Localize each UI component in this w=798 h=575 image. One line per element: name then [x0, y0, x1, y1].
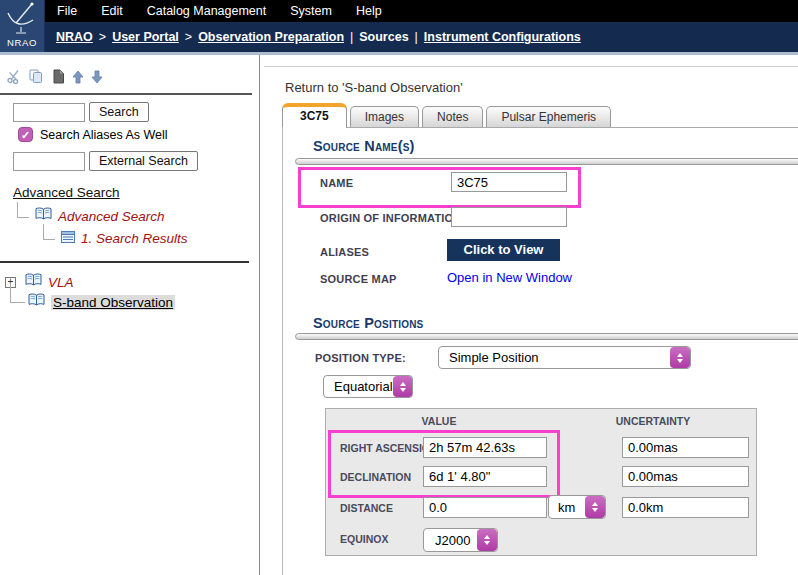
tab-images[interactable]: Images [350, 106, 419, 127]
search-button[interactable]: Search [89, 102, 149, 122]
tree-branch-icon [17, 202, 29, 218]
equinox-label: EQUINOX [340, 533, 388, 545]
menu-system[interactable]: System [290, 4, 332, 18]
book-icon [35, 207, 52, 225]
nrao-logo[interactable]: NRAO [0, 0, 45, 52]
return-link[interactable]: Return to 'S-band Observation' [285, 80, 463, 95]
breadcrumb-separator: > [185, 30, 192, 44]
position-type-select[interactable]: Simple Position [438, 346, 691, 369]
distance-unit-value: km [549, 500, 575, 515]
move-down-icon[interactable] [91, 70, 103, 84]
search-aliases-label: Search Aliases As Well [40, 128, 168, 142]
breadcrumb: NRAO>User Portal>Observation Preparation… [0, 22, 798, 52]
tree-item-advanced-search[interactable]: Advanced Search [17, 206, 165, 226]
aliases-label: ALIASES [320, 246, 369, 258]
section-divider-pill [295, 158, 798, 165]
breadcrumb-sources-current[interactable]: Sources [359, 30, 408, 44]
breadcrumb-user-portal[interactable]: User Portal [112, 30, 179, 44]
source-map-open-link[interactable]: Open in New Window [447, 270, 572, 285]
distance-label: DISTANCE [340, 502, 393, 514]
search-aliases-checkbox[interactable]: ✓ [18, 127, 33, 142]
tree-item-sband-observation[interactable]: S-band Observation [28, 292, 175, 312]
position-type-label: POSITION TYPE: [315, 352, 406, 364]
breadcrumb-instrument-configurations[interactable]: Instrument Configurations [424, 30, 581, 44]
uncertainty-column-header: UNCERTAINTY [593, 415, 713, 427]
advanced-search-link[interactable]: Advanced Search [13, 185, 120, 200]
paste-icon[interactable] [52, 69, 65, 84]
tree-branch-icon [10, 283, 25, 303]
list-icon [61, 229, 75, 247]
menu-catalog-management[interactable]: Catalog Management [147, 4, 267, 18]
menu-help[interactable]: Help [356, 4, 382, 18]
dropdown-stepper-icon [477, 529, 497, 551]
external-search-input[interactable] [13, 152, 85, 171]
breadcrumb-observation-preparation[interactable]: Observation Preparation [198, 30, 344, 44]
aliases-click-to-view-button[interactable]: Click to View [447, 239, 560, 261]
value-column-header: VALUE [359, 415, 519, 427]
breadcrumb-separator: > [99, 30, 106, 44]
tab-3c75[interactable]: 3C75 [282, 103, 347, 128]
coordinate-system-value: Equatorial [324, 379, 393, 394]
tree-item-label: 1. Search Results [81, 231, 188, 246]
declination-uncertainty-input[interactable] [622, 466, 749, 487]
source-map-label: SOURCE MAP [320, 273, 397, 285]
coordinate-system-select[interactable]: Equatorial [323, 375, 413, 398]
dropdown-stepper-icon [393, 376, 413, 397]
tree-item-label: Advanced Search [58, 209, 165, 224]
section-divider-pill [295, 333, 798, 340]
equinox-select[interactable]: J2000 [423, 528, 498, 552]
tree-item-search-results[interactable]: 1. Search Results [43, 228, 188, 248]
external-search-button[interactable]: External Search [89, 151, 198, 171]
position-type-value: Simple Position [439, 350, 539, 365]
tab-panel-border [282, 127, 283, 575]
nrao-logo-text: NRAO [7, 37, 37, 48]
toolbar-divider [0, 93, 252, 95]
origin-of-information-input[interactable] [451, 207, 567, 227]
tree-item-label: VLA [48, 275, 74, 290]
right-ascension-input[interactable] [423, 437, 547, 458]
book-icon [25, 273, 42, 291]
book-icon [28, 293, 45, 311]
menu-bar: File Edit Catalog Management System Help [0, 0, 798, 22]
equinox-value: J2000 [424, 533, 470, 548]
menu-file[interactable]: File [57, 4, 77, 18]
breadcrumb-nrao[interactable]: NRAO [56, 30, 93, 44]
cut-icon[interactable] [7, 69, 22, 84]
declination-input[interactable] [423, 466, 547, 487]
breadcrumb-separator: | [415, 30, 418, 44]
application-window: File Edit Catalog Management System Help… [0, 0, 798, 575]
radio-telescope-icon [3, 0, 41, 40]
name-label: NAME [320, 177, 353, 189]
source-positions-heading: Source Positions [313, 315, 423, 331]
tree-item-label: S-band Observation [51, 295, 175, 310]
distance-uncertainty-input[interactable] [622, 497, 749, 518]
declination-label: DECLINATION [340, 471, 411, 483]
origin-of-information-label: ORIGIN OF INFORMATION [320, 212, 462, 224]
search-input[interactable] [13, 103, 85, 122]
distance-unit-select[interactable]: km [548, 495, 606, 519]
menu-edit[interactable]: Edit [101, 4, 123, 18]
tree-branch-icon [43, 224, 55, 240]
dropdown-stepper-icon [585, 496, 605, 518]
source-names-heading: Source Name(s) [313, 138, 415, 154]
tab-notes[interactable]: Notes [422, 106, 483, 127]
distance-input[interactable] [423, 497, 547, 518]
sidebar: Search ✓ Search Aliases As Well External… [0, 55, 260, 575]
right-ascension-uncertainty-input[interactable] [622, 437, 749, 458]
sidebar-divider [0, 261, 249, 263]
main-content: Return to 'S-band Observation' 3C75 Imag… [260, 55, 798, 575]
search-aliases-row: ✓ Search Aliases As Well [18, 127, 168, 142]
breadcrumb-separator: | [350, 30, 353, 44]
tab-pulsar-ephemeris[interactable]: Pulsar Ephemeris [486, 106, 611, 127]
move-up-icon[interactable] [72, 70, 84, 84]
content-top-divider [264, 66, 798, 67]
copy-icon[interactable] [29, 69, 45, 84]
positions-table: VALUE UNCERTAINTY RIGHT ASCENSION DECLIN… [325, 408, 757, 556]
tab-strip: 3C75 Images Notes Pulsar Ephemeris [282, 102, 798, 128]
dropdown-stepper-icon [670, 347, 690, 368]
name-input[interactable] [451, 172, 567, 192]
sidebar-toolbar [7, 69, 103, 84]
